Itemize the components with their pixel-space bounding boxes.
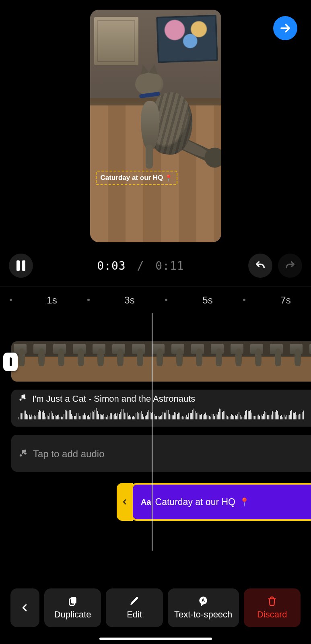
time-separator: / bbox=[137, 259, 144, 272]
audio-track-music[interactable]: I'm Just a Cat - Simon and the Astronaut… bbox=[11, 390, 311, 427]
svg-point-0 bbox=[24, 397, 26, 399]
time-display: 0:03 / 0:11 bbox=[33, 259, 248, 272]
pin-icon: 📍 bbox=[165, 174, 173, 182]
svg-rect-1 bbox=[71, 597, 76, 603]
edit-button[interactable]: Edit bbox=[106, 588, 163, 627]
video-track[interactable] bbox=[11, 341, 311, 382]
home-indicator[interactable] bbox=[99, 638, 212, 640]
add-audio-track[interactable]: Tap to add audio bbox=[11, 435, 311, 472]
playhead[interactable] bbox=[152, 313, 152, 551]
next-button[interactable] bbox=[273, 16, 297, 40]
duplicate-button[interactable]: Duplicate bbox=[44, 588, 101, 627]
pin-icon: 📍 bbox=[239, 497, 249, 507]
tts-label: Text-to-speech bbox=[174, 609, 232, 620]
trash-icon bbox=[267, 596, 277, 606]
back-button[interactable] bbox=[10, 588, 39, 627]
text-clip-trim-handle[interactable] bbox=[117, 483, 133, 521]
trim-start-handle[interactable] bbox=[3, 353, 18, 371]
discard-button[interactable]: Discard bbox=[244, 588, 301, 627]
pencil-icon bbox=[129, 596, 140, 606]
duplicate-label: Duplicate bbox=[54, 609, 91, 620]
edit-label: Edit bbox=[127, 609, 142, 620]
redo-button[interactable] bbox=[278, 254, 302, 278]
ruler-label: 3s bbox=[124, 295, 134, 306]
audio-title: I'm Just a Cat - Simon and the Astronaut… bbox=[32, 394, 195, 404]
divider bbox=[0, 287, 311, 287]
undo-button[interactable] bbox=[248, 254, 272, 278]
pause-icon bbox=[16, 260, 25, 271]
text-clip[interactable]: Aa Caturday at our HQ 📍 bbox=[117, 483, 311, 521]
tts-button[interactable]: A Text-to-speech bbox=[168, 588, 239, 627]
chevron-left-icon bbox=[121, 496, 128, 508]
chevron-left-icon bbox=[21, 602, 29, 614]
text-icon: Aa bbox=[141, 497, 151, 507]
music-icon bbox=[19, 394, 27, 404]
text-clip-label: Caturday at our HQ bbox=[155, 497, 235, 508]
arrow-right-icon bbox=[279, 22, 291, 34]
redo-icon bbox=[284, 260, 296, 271]
ruler-label: 5s bbox=[202, 295, 212, 306]
audio-waveform bbox=[19, 407, 304, 419]
video-preview[interactable]: Caturday at our HQ 📍 bbox=[90, 10, 221, 242]
discard-label: Discard bbox=[257, 609, 287, 620]
ruler-label: 1s bbox=[47, 295, 57, 306]
duplicate-icon bbox=[68, 596, 78, 606]
svg-text:A: A bbox=[202, 598, 205, 603]
caption-overlay-text: Caturday at our HQ bbox=[101, 174, 163, 182]
timeline-ruler[interactable]: 1s 3s 5s 7s bbox=[0, 293, 311, 307]
undo-icon bbox=[255, 260, 266, 271]
add-audio-label: Tap to add audio bbox=[33, 448, 104, 460]
caption-overlay[interactable]: Caturday at our HQ 📍 bbox=[96, 171, 178, 185]
tts-icon: A bbox=[198, 596, 208, 606]
ruler-label: 7s bbox=[280, 295, 290, 306]
pause-button[interactable] bbox=[9, 254, 33, 278]
music-add-icon bbox=[19, 449, 27, 459]
time-current: 0:03 bbox=[97, 259, 126, 272]
time-total: 0:11 bbox=[155, 259, 184, 272]
